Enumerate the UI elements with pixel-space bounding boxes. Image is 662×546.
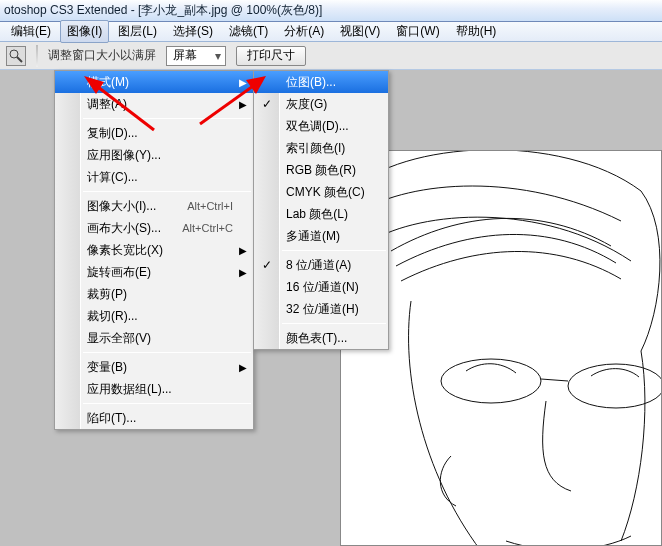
menu-item-label: 灰度(G) <box>286 96 327 113</box>
fit-screen-select[interactable]: 屏幕 <box>166 46 226 66</box>
menu-image[interactable]: 图像(I) <box>60 20 109 43</box>
menu-item[interactable]: 颜色表(T)... <box>254 327 388 349</box>
menu-item-label: 多通道(M) <box>286 228 340 245</box>
menu-item-label: 8 位/通道(A) <box>286 257 351 274</box>
chevron-right-icon: ▶ <box>239 245 247 256</box>
menu-item[interactable]: 像素长宽比(X)▶ <box>55 239 253 261</box>
menu-item[interactable]: 复制(D)... <box>55 122 253 144</box>
toolbar-separator <box>36 45 38 67</box>
window-titlebar: otoshop CS3 Extended - [李小龙_副本.jpg @ 100… <box>0 0 662 22</box>
options-bar: 调整窗口大小以满屏 屏幕 打印尺寸 <box>0 42 662 70</box>
check-icon: ✓ <box>262 258 272 272</box>
menu-item[interactable]: 陷印(T)... <box>55 407 253 429</box>
menu-shortcut: Alt+Ctrl+I <box>187 200 233 212</box>
menu-item[interactable]: 32 位/通道(H) <box>254 298 388 320</box>
menu-item[interactable]: RGB 颜色(R) <box>254 159 388 181</box>
mode-submenu: 位图(B)...✓灰度(G)双色调(D)...索引颜色(I)RGB 颜色(R)C… <box>253 70 389 350</box>
menu-item-label: 索引颜色(I) <box>286 140 345 157</box>
menu-analysis[interactable]: 分析(A) <box>277 20 331 43</box>
menu-item-label: CMYK 颜色(C) <box>286 184 365 201</box>
check-icon: ✓ <box>262 97 272 111</box>
menu-separator <box>83 118 251 119</box>
menu-item[interactable]: 调整(A)▶ <box>55 93 253 115</box>
menu-item-label: 模式(M) <box>87 74 129 91</box>
svg-point-3 <box>568 364 661 408</box>
menu-item[interactable]: 16 位/通道(N) <box>254 276 388 298</box>
chevron-right-icon: ▶ <box>239 99 247 110</box>
work-area: 模式(M)▶调整(A)▶复制(D)...应用图像(Y)...计算(C)...图像… <box>0 70 662 546</box>
menubar: 编辑(E) 图像(I) 图层(L) 选择(S) 滤镜(T) 分析(A) 视图(V… <box>0 22 662 42</box>
zoom-tool-icon[interactable] <box>6 46 26 66</box>
menu-item[interactable]: 裁切(R)... <box>55 305 253 327</box>
menu-item[interactable]: CMYK 颜色(C) <box>254 181 388 203</box>
menu-item-label: 陷印(T)... <box>87 410 136 427</box>
menu-select[interactable]: 选择(S) <box>166 20 220 43</box>
menu-item[interactable]: 应用图像(Y)... <box>55 144 253 166</box>
menu-item[interactable]: 位图(B)... <box>254 71 388 93</box>
print-size-button[interactable]: 打印尺寸 <box>236 46 306 66</box>
menu-item-label: 计算(C)... <box>87 169 138 186</box>
chevron-right-icon: ▶ <box>239 77 247 88</box>
menu-item-label: 显示全部(V) <box>87 330 151 347</box>
menu-item-label: 位图(B)... <box>286 74 336 91</box>
menu-item[interactable]: 裁剪(P) <box>55 283 253 305</box>
menu-shortcut: Alt+Ctrl+C <box>182 222 233 234</box>
menu-separator <box>83 352 251 353</box>
menu-item[interactable]: 旋转画布(E)▶ <box>55 261 253 283</box>
chevron-right-icon: ▶ <box>239 267 247 278</box>
menu-item-label: 应用图像(Y)... <box>87 147 161 164</box>
menu-item[interactable]: 模式(M)▶ <box>55 71 253 93</box>
menu-layer[interactable]: 图层(L) <box>111 20 164 43</box>
menu-item[interactable]: 索引颜色(I) <box>254 137 388 159</box>
window-title: otoshop CS3 Extended - [李小龙_副本.jpg @ 100… <box>4 2 322 19</box>
menu-item-label: 画布大小(S)... <box>87 220 161 237</box>
menu-view[interactable]: 视图(V) <box>333 20 387 43</box>
resize-window-label: 调整窗口大小以满屏 <box>48 47 156 64</box>
menu-window[interactable]: 窗口(W) <box>389 20 446 43</box>
chevron-right-icon: ▶ <box>239 362 247 373</box>
menu-item-label: 16 位/通道(N) <box>286 279 359 296</box>
menu-item-label: RGB 颜色(R) <box>286 162 356 179</box>
menu-item-label: 调整(A) <box>87 96 127 113</box>
svg-line-4 <box>541 379 568 381</box>
menu-help[interactable]: 帮助(H) <box>449 20 504 43</box>
print-size-label: 打印尺寸 <box>247 47 295 64</box>
menu-item[interactable]: 图像大小(I)...Alt+Ctrl+I <box>55 195 253 217</box>
menu-separator <box>83 403 251 404</box>
image-menu-dropdown: 模式(M)▶调整(A)▶复制(D)...应用图像(Y)...计算(C)...图像… <box>54 70 254 430</box>
menu-separator <box>83 191 251 192</box>
menu-item-label: 裁切(R)... <box>87 308 138 325</box>
menu-separator <box>282 250 386 251</box>
menu-item[interactable]: 显示全部(V) <box>55 327 253 349</box>
menu-item-label: Lab 颜色(L) <box>286 206 348 223</box>
menu-item[interactable]: 应用数据组(L)... <box>55 378 253 400</box>
menu-item-label: 裁剪(P) <box>87 286 127 303</box>
menu-item[interactable]: 画布大小(S)...Alt+Ctrl+C <box>55 217 253 239</box>
menu-item[interactable]: 计算(C)... <box>55 166 253 188</box>
menu-item[interactable]: 双色调(D)... <box>254 115 388 137</box>
menu-item-label: 颜色表(T)... <box>286 330 347 347</box>
menu-item-label: 变量(B) <box>87 359 127 376</box>
menu-item-label: 像素长宽比(X) <box>87 242 163 259</box>
menu-item[interactable]: ✓灰度(G) <box>254 93 388 115</box>
menu-item-label: 32 位/通道(H) <box>286 301 359 318</box>
menu-item[interactable]: ✓8 位/通道(A) <box>254 254 388 276</box>
svg-point-2 <box>441 359 541 403</box>
menu-separator <box>282 323 386 324</box>
menu-item-label: 应用数据组(L)... <box>87 381 172 398</box>
menu-filter[interactable]: 滤镜(T) <box>222 20 275 43</box>
menu-item[interactable]: Lab 颜色(L) <box>254 203 388 225</box>
svg-line-1 <box>17 57 22 62</box>
menu-item[interactable]: 变量(B)▶ <box>55 356 253 378</box>
fit-screen-value: 屏幕 <box>173 47 197 64</box>
svg-point-0 <box>10 50 18 58</box>
menu-item-label: 旋转画布(E) <box>87 264 151 281</box>
menu-item[interactable]: 多通道(M) <box>254 225 388 247</box>
menu-edit[interactable]: 编辑(E) <box>4 20 58 43</box>
menu-item-label: 复制(D)... <box>87 125 138 142</box>
menu-item-label: 图像大小(I)... <box>87 198 156 215</box>
menu-item-label: 双色调(D)... <box>286 118 349 135</box>
